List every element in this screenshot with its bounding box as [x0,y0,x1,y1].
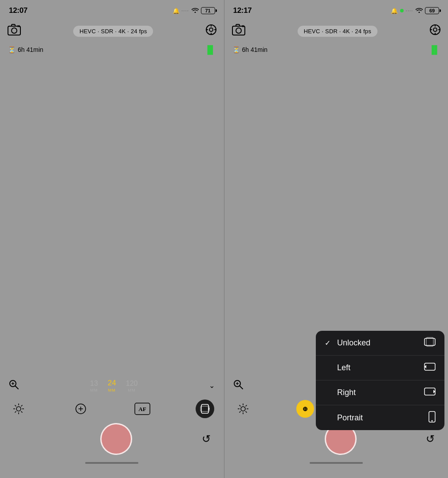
right-timer-icon: ⏳ [232,46,240,53]
svg-line-43 [240,386,243,389]
right-notification-icon: 🔔 [391,8,398,14]
svg-point-1 [12,28,17,33]
right-phone-panel: 12:17 🔔 ···· 69 [224,0,448,478]
right-format-badge[interactable]: HEVC · SDR · 4K · 24 fps [298,26,377,37]
svg-line-52 [245,411,247,413]
left-signal-dots: ···· [182,9,189,13]
menu-icon-portrait [428,411,436,425]
left-exposure-btn[interactable] [10,400,28,418]
svg-line-9 [16,386,19,389]
right-audio-bars: ▐▌ [428,45,440,55]
svg-point-29 [236,28,241,33]
svg-point-3 [209,28,213,31]
svg-point-31 [433,28,437,31]
right-exposure-value-btn[interactable]: ⊕ [296,400,314,418]
svg-line-19 [21,405,23,407]
left-bottom-section: 13 MM 24 MM 120 MM ⌄ [0,374,224,478]
menu-icon-left [424,362,436,374]
right-home-indicator [224,457,448,469]
left-shutter-button[interactable] [100,423,132,455]
left-orientation-btn[interactable] [196,400,214,418]
left-viewfinder [0,57,224,374]
menu-item-left[interactable]: ✓ Left [316,356,444,380]
left-battery: 71 [201,7,215,14]
left-top-toolbar: HEVC · SDR · 4K · 24 fps [0,20,224,43]
left-settings-icon[interactable] [205,24,217,38]
svg-line-54 [239,411,240,413]
right-bottom-section: ✓ Unlocked ✓ Left [224,374,448,478]
right-wifi-icon [416,7,423,15]
right-active-dot [400,9,404,12]
svg-line-20 [15,411,16,413]
right-camera-switch-icon[interactable] [232,24,246,39]
svg-point-46 [241,407,245,411]
left-af-btn[interactable]: AF [134,400,151,418]
svg-point-12 [16,407,21,411]
right-timer-row: ⏳ 6h 41min ▐▌ [224,43,448,57]
left-status-bar: 12:07 🔔 ···· 71 [0,0,224,20]
left-chevron-down-icon[interactable]: ⌄ [209,381,215,390]
svg-line-53 [245,405,247,407]
menu-label-portrait: Portrait [337,413,363,423]
menu-icon-right [424,387,436,399]
menu-check-unlocked: ✓ [325,339,333,347]
svg-rect-26 [201,404,208,413]
left-lens-120[interactable]: 120 MM [126,380,138,392]
left-timer: ⏳ 6h 41min [8,46,43,53]
left-lens-24[interactable]: 24 MM [108,379,116,392]
right-exposure-val: ⊕ [303,405,308,412]
menu-item-unlocked[interactable]: ✓ Unlocked [316,331,444,356]
left-timer-value: 6h 41min [18,46,43,53]
orientation-dropdown-menu: ✓ Unlocked ✓ Left [316,331,444,430]
left-controls-row: AF [0,396,224,421]
left-plus-circle-btn[interactable] [72,400,90,418]
left-notification-icon: 🔔 [173,8,180,14]
right-timer-value: 6h 41min [242,46,268,53]
left-lens-row: 13 MM 24 MM 120 MM ⌄ [0,374,224,396]
menu-label-left: Left [337,363,350,372]
left-shutter-row: ↺ [0,421,224,457]
menu-label-right: Right [337,388,356,397]
right-settings-icon[interactable] [429,24,441,38]
menu-label-unlocked: Unlocked [337,338,370,348]
left-timer-row: ⏳ 6h 41min ▐▌ [0,43,224,57]
svg-rect-37 [426,337,433,346]
right-status-time: 12:17 [233,6,252,15]
right-status-bar: 12:17 🔔 ···· 69 [224,0,448,20]
right-battery: 69 [425,7,439,14]
svg-line-17 [15,405,16,407]
left-camera-switch-icon[interactable] [7,24,21,39]
right-status-right: 🔔 ···· 69 [391,7,439,15]
left-rotate-icon[interactable]: ↺ [202,433,211,445]
left-status-right: 🔔 ···· 71 [173,7,215,15]
left-phone-panel: 12:07 🔔 ···· 71 HEVC · [0,0,224,478]
right-signal-dots: ···· [406,9,413,13]
right-exposure-btn[interactable] [234,400,252,418]
right-timer: ⏳ 6h 41min [232,46,268,53]
left-home-bar [85,462,138,464]
right-viewfinder [224,57,448,374]
left-audio-bars: ▐▌ [204,45,216,55]
left-home-indicator [0,457,224,469]
menu-item-right[interactable]: ✓ Right [316,380,444,405]
left-lens-options: 13 MM 24 MM 120 MM [90,379,138,392]
right-zoom-icon[interactable] [233,380,243,392]
svg-line-18 [21,411,23,413]
left-timer-icon: ⏳ [8,46,16,53]
left-wifi-icon [192,7,199,15]
left-status-time: 12:07 [9,6,28,15]
right-top-toolbar: HEVC · SDR · 4K · 24 fps [224,20,448,43]
right-home-bar [310,462,363,464]
svg-point-41 [432,420,433,421]
menu-icon-unlocked [424,337,436,349]
svg-line-51 [239,405,240,407]
svg-text:AF: AF [138,406,146,412]
left-format-badge[interactable]: HEVC · SDR · 4K · 24 fps [73,26,153,37]
right-rotate-icon[interactable]: ↺ [426,433,435,445]
menu-item-portrait[interactable]: ✓ Portrait [316,405,444,430]
left-zoom-icon[interactable] [9,380,19,392]
svg-rect-27 [200,406,209,411]
left-lens-13[interactable]: 13 MM [90,380,98,392]
